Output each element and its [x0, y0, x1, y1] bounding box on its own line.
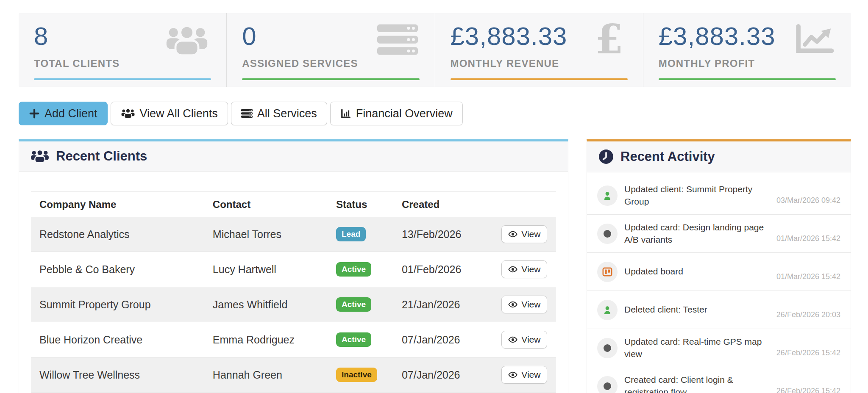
view-button[interactable]: View [501, 366, 547, 384]
status-badge: Active [336, 262, 371, 277]
eye-icon [508, 265, 517, 274]
financial-overview-button[interactable]: Financial Overview [330, 102, 463, 125]
activity-icon [597, 376, 618, 393]
bar-chart-icon [340, 108, 351, 119]
status-badge: Active [336, 297, 371, 312]
all-services-label: All Services [257, 107, 317, 120]
table-row: Willow Tree Wellness Hannah Green Inacti… [31, 357, 556, 393]
client-contact: Hannah Green [204, 357, 328, 393]
activity-text: Updated card: Design landing page A/B va… [624, 221, 771, 246]
table-row: Pebble & Co Bakery Lucy Hartwell Active … [31, 252, 556, 287]
board-icon [602, 266, 613, 277]
view-button-label: View [521, 264, 540, 274]
table-row: Blue Horizon Creative Emma Rodriguez Act… [31, 322, 556, 357]
column-header-status: Status [328, 191, 393, 217]
view-all-clients-label: View All Clients [140, 107, 218, 120]
view-button[interactable]: View [501, 225, 547, 243]
client-company: Pebble & Co Bakery [31, 252, 204, 287]
activity-icon [597, 338, 618, 358]
column-header-contact: Contact [204, 191, 328, 217]
activity-text: Updated board [624, 266, 771, 277]
view-button-label: View [521, 370, 540, 380]
stat-accent-bar [242, 78, 419, 80]
stat-monthly-profit: £3,883.33 MONTHLY PROFIT [643, 13, 851, 87]
recent-clients-panel: Recent Clients Company Name Contact Stat… [19, 139, 568, 393]
activity-text: Created card: Client login & registratio… [624, 374, 771, 393]
activity-icon [597, 300, 618, 320]
client-created: 13/Feb/2026 [393, 217, 493, 252]
server-icon [241, 108, 253, 119]
view-button[interactable]: View [501, 331, 547, 349]
view-all-clients-button[interactable]: View All Clients [111, 102, 228, 125]
plus-icon [29, 108, 40, 119]
panels-row: Recent Clients Company Name Contact Stat… [19, 139, 851, 393]
stat-label: ASSIGNED SERVICES [242, 58, 419, 69]
panel-title: Recent Clients [56, 149, 147, 164]
table-header-row: Company Name Contact Status Created [31, 191, 556, 217]
client-created: 07/Jan/2026 [393, 357, 493, 393]
activity-timestamp: 26/Feb/2026 15:42 [776, 387, 840, 393]
list-item: Created card: Client login & registratio… [587, 367, 851, 393]
recent-clients-table: Company Name Contact Status Created Reds… [31, 191, 556, 393]
user-icon [602, 305, 612, 315]
users-icon [30, 149, 50, 163]
user-icon [602, 191, 612, 201]
actions-row: Add Client View All Clients [19, 102, 851, 125]
list-item: Deleted client: Tester 26/Feb/2026 20:03 [587, 291, 851, 329]
pound-icon: £ [595, 19, 623, 60]
activity-icon [597, 185, 618, 206]
recent-clients-header: Recent Clients [19, 141, 568, 172]
stat-assigned-services: 0 ASSIGNED SERVICES [226, 13, 434, 87]
stat-label: MONTHLY PROFIT [659, 58, 836, 69]
stat-accent-bar [659, 78, 836, 80]
status-badge: Active [336, 332, 371, 347]
eye-icon [508, 300, 517, 309]
column-header-company: Company Name [31, 191, 204, 217]
activity-timestamp: 26/Feb/2026 15:42 [776, 349, 840, 357]
eye-icon [508, 335, 517, 344]
view-button-label: View [521, 335, 540, 345]
activity-icon [597, 224, 618, 244]
activity-timestamp: 03/Mar/2026 09:42 [776, 196, 840, 205]
client-company: Summit Property Group [31, 287, 204, 322]
column-header-created: Created [393, 191, 493, 217]
stat-accent-bar [34, 78, 211, 80]
add-client-button[interactable]: Add Client [19, 102, 108, 125]
all-services-button[interactable]: All Services [231, 102, 327, 125]
users-icon [121, 108, 135, 119]
client-created: 07/Jan/2026 [393, 322, 493, 357]
client-contact: Michael Torres [204, 217, 328, 252]
circle-icon [604, 382, 611, 390]
recent-clients-body: Company Name Contact Status Created Reds… [19, 172, 568, 393]
activity-text: Updated client: Summit Property Group [624, 183, 771, 208]
list-item: Updated card: Design landing page A/B va… [587, 215, 851, 253]
add-client-label: Add Client [45, 107, 97, 120]
client-company: Redstone Analytics [31, 217, 204, 252]
client-contact: James Whitfield [204, 287, 328, 322]
stat-total-clients: 8 TOTAL CLIENTS [19, 13, 226, 87]
stat-monthly-revenue: £3,883.33 MONTHLY REVENUE £ [435, 13, 643, 87]
column-header-actions [493, 191, 556, 217]
list-item: Updated card: Real-time GPS map view 26/… [587, 329, 851, 367]
chart-line-icon [795, 24, 834, 55]
activity-timestamp: 26/Feb/2026 20:03 [776, 310, 840, 319]
view-button[interactable]: View [501, 296, 547, 313]
stat-accent-bar [451, 78, 628, 80]
activity-icon [597, 262, 618, 282]
status-badge: Inactive [336, 368, 377, 382]
stats-strip: 8 TOTAL CLIENTS 0 ASSIGNED SERVICES [19, 13, 851, 87]
users-icon [164, 24, 209, 57]
financial-overview-label: Financial Overview [356, 107, 453, 120]
table-row: Redstone Analytics Michael Torres Lead 1… [31, 217, 556, 252]
activity-timestamp: 01/Mar/2026 15:42 [776, 272, 840, 281]
eye-icon [508, 230, 517, 239]
stat-label: TOTAL CLIENTS [34, 58, 211, 69]
status-badge: Lead [336, 227, 366, 241]
panel-title: Recent Activity [620, 149, 715, 164]
circle-icon [604, 230, 611, 238]
view-button-label: View [521, 299, 540, 310]
view-button[interactable]: View [501, 260, 547, 278]
client-company: Willow Tree Wellness [31, 357, 204, 393]
client-company: Blue Horizon Creative [31, 322, 204, 357]
eye-icon [508, 370, 517, 379]
